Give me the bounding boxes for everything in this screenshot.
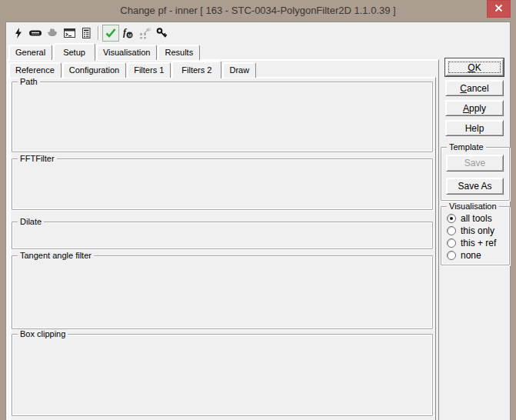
window-title: Change pf - inner [ 163 - STC-0034-Polyg… — [0, 0, 516, 22]
tab-draw[interactable]: Draw — [222, 62, 256, 78]
tab-filters-1[interactable]: Filters 1 — [127, 62, 171, 78]
template-group: Template — [441, 147, 510, 201]
tab-results[interactable]: Results — [158, 45, 200, 60]
dilate-group: Dilate — [12, 222, 433, 249]
tab-general[interactable]: General — [8, 45, 52, 60]
titlebar[interactable]: Change pf - inner [ 163 - STC-0034-Polyg… — [0, 0, 516, 22]
tab-configuration[interactable]: Configuration — [62, 62, 126, 78]
flash-icon[interactable] — [10, 25, 27, 42]
help-button[interactable]: Help — [445, 120, 504, 136]
key-icon[interactable] — [153, 25, 170, 42]
path-group-title: Path — [18, 77, 40, 87]
report-icon[interactable] — [78, 25, 95, 42]
tab-filters-2[interactable]: Filters 2 — [171, 61, 221, 78]
sub-tab-bar: Reference Configuration Filters 1 Filter… — [8, 60, 257, 78]
cancel-button[interactable]: Cancel — [445, 80, 504, 96]
box-clipping-group-title: Box clipping — [18, 329, 68, 339]
tangent-group: Tangent angle filter — [12, 255, 433, 329]
visualisation-group-title: Visualisation — [447, 202, 499, 212]
svg-text:N: N — [148, 27, 151, 32]
console-icon[interactable] — [61, 25, 78, 42]
apply-button[interactable]: Apply — [445, 100, 504, 116]
box-clipping-group: Box clipping — [12, 334, 433, 416]
toolbar: fM N — [10, 25, 170, 42]
toolbar-separator — [98, 26, 99, 40]
accept-check-icon[interactable] — [102, 25, 119, 42]
close-button[interactable] — [487, 0, 511, 18]
ok-button[interactable]: OK — [445, 58, 504, 76]
fft-group-title: FFTFilter — [18, 154, 57, 164]
template-group-title: Template — [447, 142, 486, 152]
svg-text:M: M — [128, 33, 131, 38]
close-icon — [494, 4, 503, 14]
tab-reference[interactable]: Reference — [8, 62, 62, 78]
dialog-window: Change pf - inner [ 163 - STC-0034-Polyg… — [0, 0, 516, 420]
fft-group: FFTFilter — [12, 158, 433, 210]
svg-text:f: f — [123, 27, 127, 38]
dilate-group-title: Dilate — [18, 217, 44, 227]
main-tab-bar: General Setup Visualisation Results — [8, 42, 201, 60]
visualisation-group: Visualisation — [441, 206, 510, 265]
duck-icon[interactable] — [44, 25, 61, 42]
pill-icon[interactable] — [27, 25, 44, 42]
function-icon[interactable]: fM — [119, 25, 136, 42]
dialog-client-area: fM N General Setup Visualisation Results… — [5, 22, 511, 420]
tab-setup[interactable]: Setup — [53, 43, 95, 61]
path-group: Path — [12, 82, 433, 152]
tab-visualisation[interactable]: Visualisation — [96, 45, 158, 60]
tangent-group-title: Tangent angle filter — [18, 251, 94, 261]
grid-move-icon[interactable]: N — [136, 25, 153, 42]
